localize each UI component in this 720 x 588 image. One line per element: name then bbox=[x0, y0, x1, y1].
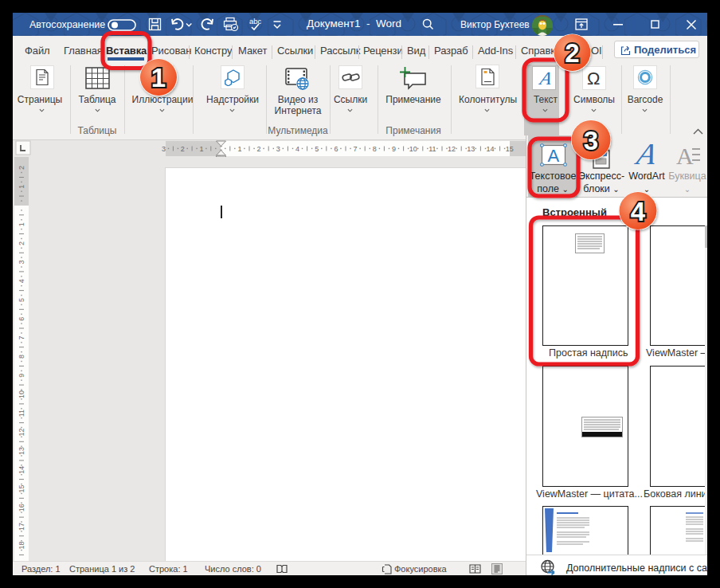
svg-text:16: 16 bbox=[18, 504, 25, 512]
svg-text:A: A bbox=[548, 146, 560, 166]
svg-text:2: 2 bbox=[18, 241, 25, 245]
svg-text:abc: abc bbox=[249, 17, 262, 25]
svg-text:11: 11 bbox=[428, 145, 436, 153]
svg-text:9: 9 bbox=[18, 374, 25, 378]
svg-text:2: 2 bbox=[18, 166, 25, 170]
svg-text:11: 11 bbox=[18, 410, 25, 417]
svg-text:13: 13 bbox=[18, 447, 25, 455]
svg-text:1: 1 bbox=[237, 145, 241, 153]
svg-text:5: 5 bbox=[315, 145, 319, 153]
svg-text:2: 2 bbox=[257, 145, 261, 153]
svg-text:6: 6 bbox=[334, 145, 338, 153]
svg-text:12: 12 bbox=[18, 428, 25, 436]
svg-text:15: 15 bbox=[506, 145, 514, 153]
svg-text:10: 10 bbox=[18, 390, 25, 398]
svg-text:3: 3 bbox=[276, 145, 280, 153]
svg-text:4: 4 bbox=[295, 145, 299, 153]
svg-text:3: 3 bbox=[162, 145, 166, 153]
svg-text:2: 2 bbox=[181, 145, 185, 153]
svg-text:17: 17 bbox=[18, 523, 25, 531]
svg-text:15: 15 bbox=[18, 484, 25, 492]
svg-text:A: A bbox=[676, 145, 694, 167]
svg-text:18: 18 bbox=[18, 542, 25, 550]
svg-text:Ω: Ω bbox=[587, 69, 600, 87]
svg-text:1: 1 bbox=[18, 222, 25, 226]
svg-text:10: 10 bbox=[409, 145, 417, 153]
svg-text:5: 5 bbox=[18, 298, 25, 302]
svg-text:7: 7 bbox=[18, 335, 25, 339]
svg-text:1: 1 bbox=[199, 145, 203, 153]
svg-text:13: 13 bbox=[467, 145, 475, 153]
svg-text:1: 1 bbox=[18, 185, 25, 189]
svg-text:9: 9 bbox=[392, 145, 396, 153]
svg-text:A: A bbox=[632, 140, 660, 167]
svg-text:3: 3 bbox=[18, 261, 25, 265]
svg-text:4: 4 bbox=[18, 279, 25, 283]
svg-text:14: 14 bbox=[18, 466, 25, 474]
svg-text:7: 7 bbox=[354, 145, 358, 153]
svg-text:14: 14 bbox=[486, 145, 494, 153]
svg-text:8: 8 bbox=[18, 355, 25, 359]
svg-text:8: 8 bbox=[373, 145, 377, 153]
svg-text:6: 6 bbox=[18, 317, 25, 321]
svg-text:A: A bbox=[537, 69, 554, 87]
svg-text:12: 12 bbox=[448, 145, 456, 153]
